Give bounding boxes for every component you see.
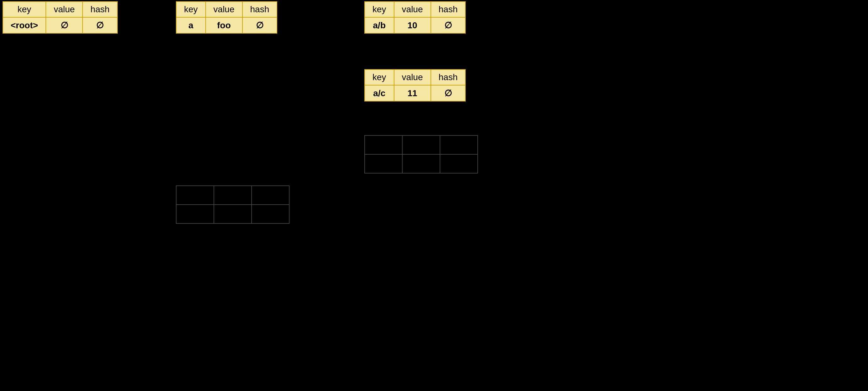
ghost2-h1 [365,136,402,154]
root-table: key value hash <root> ∅ ∅ [2,1,118,34]
a-hash-cell: ∅ [242,17,277,33]
root-value-cell: ∅ [46,17,83,33]
a-value-cell: foo [206,17,242,33]
ab-key-cell: a/b [365,17,394,33]
ghost1-h2 [214,186,252,205]
table-row: <root> ∅ ∅ [3,17,118,33]
ac-col-key: key [365,69,394,85]
a-table: key value hash a foo ∅ [176,1,277,34]
root-col-key: key [3,2,46,17]
table-row [365,154,478,173]
root-key-cell: <root> [3,17,46,33]
ghost2-h2 [402,136,440,154]
a-col-hash: hash [242,2,277,17]
table-row: a foo ∅ [176,17,277,33]
ghost1-r1c1 [176,205,214,223]
ghost1-r1c3 [252,205,289,223]
table-row: a/c 11 ∅ [365,85,465,101]
ghost2-r1c3 [440,154,478,173]
a-col-value: value [206,2,242,17]
ab-col-hash: hash [431,2,466,17]
ac-table: key value hash a/c 11 ∅ [364,69,466,102]
ac-value-cell: 11 [394,85,431,101]
ghost1-h1 [176,186,214,205]
ab-hash-cell: ∅ [431,17,466,33]
ac-hash-cell: ∅ [431,85,466,101]
ghost-table-2 [364,135,478,173]
ghost2-h3 [440,136,478,154]
ghost2-r1c2 [402,154,440,173]
ab-col-key: key [365,2,394,17]
table-row: a/b 10 ∅ [365,17,465,33]
ac-key-cell: a/c [365,85,394,101]
root-hash-cell: ∅ [83,17,118,33]
root-col-value: value [46,2,83,17]
ac-col-hash: hash [431,69,466,85]
root-col-hash: hash [83,2,118,17]
ghost-table-1 [176,186,289,224]
ac-col-value: value [394,69,431,85]
ab-col-value: value [394,2,431,17]
ghost1-r1c2 [214,205,252,223]
ghost2-r1c1 [365,154,402,173]
table-row [176,205,289,223]
a-key-cell: a [176,17,206,33]
a-col-key: key [176,2,206,17]
ghost1-h3 [252,186,289,205]
ab-table: key value hash a/b 10 ∅ [364,1,466,34]
ab-value-cell: 10 [394,17,431,33]
